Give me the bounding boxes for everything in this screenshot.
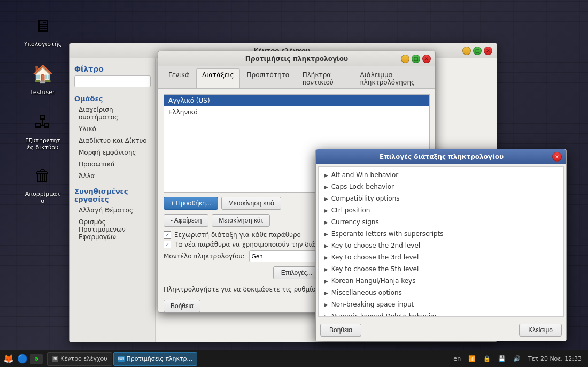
lo-item-9[interactable]: ▶ Korean Hangul/Hanja keys xyxy=(319,275,563,287)
tab-accessibility[interactable]: Προσιτότητα xyxy=(241,68,296,88)
lo-close-footer-button[interactable]: Κλείσιμο xyxy=(519,324,562,337)
kbd-move-down-button[interactable]: Μετακίνηση κάτ xyxy=(212,214,270,227)
layout-item-greek[interactable]: Ελληνικό xyxy=(164,106,429,118)
lo-arrow-2: ▶ xyxy=(324,196,328,202)
lo-item-4[interactable]: ▶ Currency signs xyxy=(319,216,563,228)
lo-item-label-2: Compatibility options xyxy=(331,195,400,202)
cc-window-controls: – □ ✕ xyxy=(462,47,492,55)
layout-options-dialog: Επιλογές διάταξης πληκτρολογίου ✕ ▶ Alt … xyxy=(315,149,567,341)
lo-arrow-9: ▶ xyxy=(324,278,328,284)
kbd-tabs: Γενικά Διατάξεις Προσιτότητα Πλήκτρα πον… xyxy=(158,66,435,89)
desktop-icon-network[interactable]: 🖧 Εξυπηρετητές δικτύου xyxy=(21,107,64,153)
lo-arrow-11: ▶ xyxy=(324,302,328,308)
cc-common-title: Συνηθισμένες εργασίες xyxy=(70,182,155,204)
lo-help-button[interactable]: Βοήθεια xyxy=(320,324,361,337)
taskbar-datetime-label: Τετ 20 Νοε, 12:33 xyxy=(528,355,582,362)
sidebar-item-theme[interactable]: Αλλαγή Θέματος xyxy=(70,204,155,216)
tab-general[interactable]: Γενικά xyxy=(163,68,195,88)
kbd-test-label: Πληκτρολογήστε για να δοκιμάσετε τις ρυθ… xyxy=(164,286,328,293)
lo-footer: Βοήθεια Κλείσιμο xyxy=(316,319,566,341)
home-icon: 🏠 xyxy=(30,61,56,87)
sidebar-item-network[interactable]: Διαδίκτυο και Δίκτυο xyxy=(70,135,155,147)
taskbar-datetime[interactable]: Τετ 20 Νοε, 12:33 xyxy=(526,354,584,363)
lo-item-label-5: Esperanto letters with superscripts xyxy=(331,230,444,238)
lo-arrow-8: ▶ xyxy=(324,266,328,272)
taskbar-lang-label: en xyxy=(453,355,461,362)
lo-arrow-1: ▶ xyxy=(324,184,328,190)
taskbar-storage-icon-wrapper[interactable]: 💾 xyxy=(496,354,508,363)
cc-filter-section: Φίλτρο xyxy=(70,63,155,89)
lo-item-label-11: Non-breaking space input xyxy=(331,301,414,308)
lo-item-label-8: Key to choose the 5th level xyxy=(331,265,419,273)
lo-arrow-10: ▶ xyxy=(324,290,328,296)
lo-arrow-4: ▶ xyxy=(324,219,328,225)
lo-item-7[interactable]: ▶ Key to choose the 3rd level xyxy=(319,251,563,263)
lo-item-label-3: Ctrl position xyxy=(331,207,370,214)
lo-arrow-5: ▶ xyxy=(324,231,328,237)
lo-item-1[interactable]: ▶ Caps Lock behavior xyxy=(319,181,563,193)
lo-item-0[interactable]: ▶ Alt and Win behavior xyxy=(319,169,563,181)
lo-item-8[interactable]: ▶ Key to choose the 5th level xyxy=(319,263,563,275)
cc-groups-title: Ομάδες xyxy=(70,91,155,104)
tab-mouse-keys[interactable]: Πλήκτρα ποντικιού xyxy=(297,68,353,88)
sidebar-item-preferred-apps[interactable]: Ορισμός Προτιμόμενων Εφαρμογών xyxy=(70,216,155,243)
lo-options-list: ▶ Alt and Win behavior ▶ Caps Lock behav… xyxy=(318,166,564,317)
layout-item-english[interactable]: Αγγλικό (US) xyxy=(164,95,429,106)
taskbar-lock-icon-wrapper[interactable]: 🔒 xyxy=(481,354,493,363)
taskbar-volume-icon: 🔊 xyxy=(513,355,521,362)
taskbar-app-kbd-prefs[interactable]: ⌨ Προτιμήσεις πληκτρ... xyxy=(113,352,198,366)
desktop-icon-testuser[interactable]: 🏠 testuser xyxy=(21,59,64,98)
lo-item-label-6: Key to choose the 2nd level xyxy=(331,242,420,249)
taskbar-apps: ⊞ Κέντρο ελέγχου ⌨ Προτιμήσεις πληκτρ... xyxy=(45,352,447,366)
taskbar-lang-indicator[interactable]: en xyxy=(451,354,463,363)
lo-item-3[interactable]: ▶ Ctrl position xyxy=(319,204,563,216)
trash-icon: 🗑 xyxy=(30,163,56,188)
kbd-add-button[interactable]: + Προσθήκη... xyxy=(164,197,218,210)
taskbar-firefox-icon[interactable]: 🦊 xyxy=(2,353,15,365)
kbd-checkbox-2[interactable]: ✓ xyxy=(164,241,171,248)
kbd-move-up-button[interactable]: Μετακίνηση επά xyxy=(221,197,281,210)
lo-item-label-0: Alt and Win behavior xyxy=(331,171,398,179)
kbd-minimize-button[interactable]: – xyxy=(401,55,409,63)
sidebar-item-hardware[interactable]: Υλικό xyxy=(70,123,155,135)
desktop-icon-computer[interactable]: 🖥 Υπολογιστής xyxy=(21,11,64,50)
lo-item-label-7: Key to choose the 3rd level xyxy=(331,254,419,261)
computer-icon: 🖥 xyxy=(30,13,56,39)
cc-minimize-button[interactable]: – xyxy=(462,47,471,55)
lo-item-11[interactable]: ▶ Non-breaking space input xyxy=(319,299,563,310)
lo-item-2[interactable]: ▶ Compatibility options xyxy=(319,193,563,204)
sidebar-item-personal[interactable]: Προσωπικά xyxy=(70,158,155,170)
cc-maximize-button[interactable]: □ xyxy=(473,47,482,55)
network-icon: 🖧 xyxy=(30,109,56,135)
taskbar-terminal-icon[interactable]: ⚙ xyxy=(30,354,43,364)
kbd-help-button[interactable]: Βοήθεια xyxy=(164,300,200,312)
sidebar-item-appearance[interactable]: Μορφή εμφάνισης xyxy=(70,147,155,158)
kbd-checkbox-1-label: Ξεχωριστή διάταξη για κάθε παράθυρο xyxy=(174,231,301,239)
desktop-icon-trash[interactable]: 🗑 Απορρίμματα xyxy=(21,160,64,207)
lo-item-10[interactable]: ▶ Miscellaneous options xyxy=(319,287,563,299)
lo-close-button[interactable]: ✕ xyxy=(552,152,562,162)
kbd-checkbox-1[interactable]: ✓ xyxy=(164,231,171,239)
taskbar-app-control-center[interactable]: ⊞ Κέντρο ελέγχου xyxy=(47,352,112,366)
sidebar-item-other[interactable]: Άλλα xyxy=(70,170,155,182)
tab-typing-break[interactable]: Διάλειμμα πληκτρολόγησης xyxy=(354,68,431,88)
lo-item-12[interactable]: ▶ Numeric keypad Delete behavior xyxy=(319,310,563,317)
kbd-options-button[interactable]: Επιλογές... xyxy=(273,266,321,279)
lo-item-5[interactable]: ▶ Esperanto letters with superscripts xyxy=(319,228,563,240)
kbd-close-button[interactable]: ✕ xyxy=(422,55,431,63)
taskbar-network-icon-wrapper[interactable]: 📶 xyxy=(466,354,478,363)
taskbar-browser-icon[interactable]: 🔵 xyxy=(16,353,29,365)
desktop-icon-computer-label: Υπολογιστής xyxy=(24,41,62,48)
kbd-checkbox-2-label: Τα νέα παράθυρα να χρησιμοποιούν την διά… xyxy=(174,241,337,248)
kbd-remove-button[interactable]: - Αφαίρεση xyxy=(164,214,208,227)
lo-arrow-12: ▶ xyxy=(324,314,328,317)
cc-close-button[interactable]: ✕ xyxy=(484,47,492,55)
lo-item-6[interactable]: ▶ Key to choose the 2nd level xyxy=(319,240,563,251)
sidebar-item-system[interactable]: Διαχείριση συστήματος xyxy=(70,104,155,123)
taskbar-volume-icon-wrapper[interactable]: 🔊 xyxy=(511,354,523,363)
kbd-model-label: Μοντέλο πληκτρολογίου: xyxy=(164,253,245,260)
cc-search-input[interactable] xyxy=(74,75,151,87)
kbd-maximize-button[interactable]: □ xyxy=(412,55,420,63)
tab-layouts[interactable]: Διατάξεις xyxy=(196,68,240,88)
taskbar-app-cc-icon: ⊞ xyxy=(52,356,58,362)
